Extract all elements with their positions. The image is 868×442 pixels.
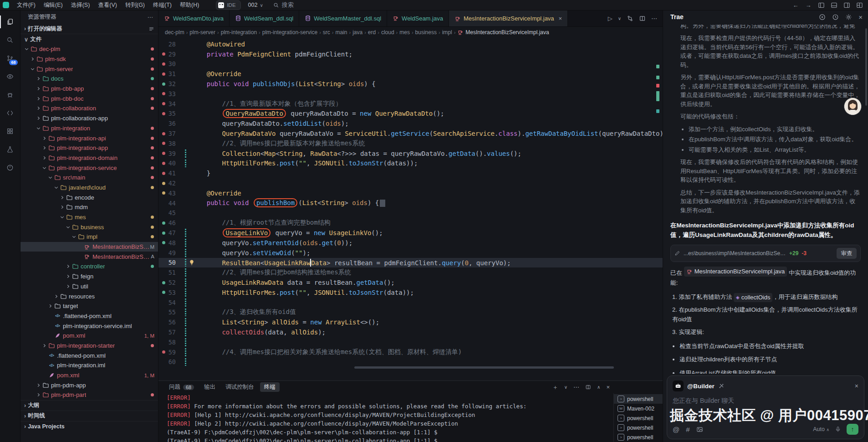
tree-item-mes[interactable]: mes	[20, 212, 158, 222]
close-panel-icon[interactable]: ×	[606, 384, 610, 391]
tree-item-pom-xml[interactable]: pom.xml1, M	[20, 331, 158, 341]
breadcrumb-item[interactable]: impl	[442, 29, 452, 36]
tree-item-plm-collaboration[interactable]: plm-collaboration	[20, 103, 158, 113]
toggle-panel-icon[interactable]	[830, 1, 838, 9]
split-editor-icon[interactable]	[639, 15, 646, 22]
terminal-session-powershell[interactable]: >powershell	[614, 394, 663, 404]
terminal-session-powershell[interactable]: >powershell	[614, 413, 663, 423]
panel-tab-输出[interactable]: 输出	[200, 382, 220, 392]
tree-item-dec-plm[interactable]: dec-plm	[20, 44, 158, 54]
tree-item-pom-xml[interactable]: pom.xml1, M	[20, 370, 158, 380]
tree-item-plm-pdm-part[interactable]: plm-pdm-part	[20, 390, 158, 400]
project-switcher[interactable]: 002 ∨	[248, 2, 263, 8]
open-editors-section[interactable]: › 打开的编辑器	[20, 24, 158, 34]
code-line-36[interactable]: 36 queryRawDataDto.setOidList(oids);	[158, 118, 663, 128]
breadcrumb-item[interactable]: src	[323, 29, 330, 36]
breadcrumb-file[interactable]: MesInteractionBizServiceImpl.java	[465, 29, 549, 36]
breadcrumb-item[interactable]: java	[352, 29, 363, 36]
tree-item-plm-integration-service[interactable]: plm-integration-service	[20, 163, 158, 173]
code-line-32[interactable]: 32 public void publishObjs(List<String> …	[158, 79, 663, 89]
layout-customize-icon[interactable]	[855, 1, 863, 9]
mention-icon[interactable]: @	[673, 426, 679, 433]
code-line-31[interactable]: 31 @Override	[158, 69, 663, 79]
code-line-47[interactable]: 47 UsageLinkVo queryVo = new UsageLinkVo…	[158, 228, 663, 238]
code-line-29[interactable]: 29 private PdmFeignClient pdmFeignClient…	[158, 49, 663, 59]
code-line-50[interactable]: 50 ResultBean<UsageLinkRawData> resultBe…	[158, 258, 663, 268]
lightbulb-icon[interactable]	[189, 259, 195, 266]
terminal-output[interactable]: [ERROR][ERROR] For more information abou…	[167, 393, 612, 442]
code-line-35[interactable]: 35 QueryRawDataDto queryRawDataDto = new…	[158, 109, 663, 119]
code-line-30[interactable]: 30	[158, 59, 663, 69]
code-line-28[interactable]: 28 @Autowired	[158, 39, 663, 49]
panel-tab-调试控制台[interactable]: 调试控制台	[221, 382, 258, 392]
model-mode-select[interactable]: Auto ∧	[813, 426, 829, 432]
method-chip[interactable]: ◈collectOids	[734, 293, 772, 303]
code-line-39[interactable]: 39 Collection<Map<String, RawData<?>>> d…	[158, 149, 663, 159]
more-actions-icon[interactable]: ⋯	[651, 15, 657, 22]
code-editor[interactable]: 28 @Autowired29 private PdmFeignClient p…	[158, 38, 663, 367]
code-line-46[interactable]: 46 //1、根据root节点查询完整bom结构	[158, 218, 663, 228]
tree-item-mesinteractionbizservice-j---[interactable]: MesInteractionBizService.j...A	[20, 252, 158, 262]
code-line-48[interactable]: 48 queryVo.setParentOid(oids.get(0));	[158, 238, 663, 248]
split-terminal-icon[interactable]	[585, 384, 591, 390]
tree-item-plm-integration[interactable]: plm-integration	[20, 123, 158, 134]
code-line-54[interactable]: 54	[158, 298, 663, 308]
code-line-56[interactable]: 56 List<String> allOids = new ArrayList<…	[158, 317, 663, 327]
toggle-sidebar-icon[interactable]	[817, 1, 825, 9]
tree-item-plm-integration-app[interactable]: plm-integration-app	[20, 143, 158, 153]
edited-file-card[interactable]: ...es\business\impl\MesInteractionBizSer…	[670, 245, 861, 262]
code-line-43[interactable]: 43 @Override	[158, 188, 663, 198]
tree-item-feign[interactable]: feign	[20, 272, 158, 282]
tree-item-controller[interactable]: controller	[20, 262, 158, 272]
timeline-section[interactable]: ›时间线	[20, 411, 158, 421]
send-button[interactable]: ↑	[847, 424, 858, 435]
files-section-header[interactable]: ∨ 文件	[20, 34, 158, 44]
tree-item-encode[interactable]: encode	[20, 192, 158, 202]
code-line-37[interactable]: 37 QueryRawDataVo queryRawDataVo = Servi…	[158, 128, 663, 139]
code-line-44[interactable]: 44 public void publishBom(List<String> o…	[158, 198, 663, 208]
attach-image-icon[interactable]	[696, 426, 703, 433]
tree-item-plm-integration-iml[interactable]: </>plm-integration.iml	[20, 360, 158, 370]
chat-scrollbar[interactable]	[865, 28, 867, 106]
tools-icon[interactable]	[718, 383, 725, 389]
menu-item[interactable]: 终端(T)	[149, 0, 176, 10]
code-line-42[interactable]: 42	[158, 178, 663, 188]
tree-item-mesinteractionbizservic---[interactable]: MesInteractionBizServic...M	[20, 242, 158, 252]
code-blocks-icon[interactable]	[0, 104, 20, 122]
code-line-41[interactable]: 41 }	[158, 168, 663, 178]
tree-item-plm-server[interactable]: plm-server	[20, 64, 158, 74]
toggle-secondary-sidebar-icon[interactable]	[842, 1, 851, 9]
tree-item-java-erd-cloud[interactable]: java\erd\cloud	[20, 183, 158, 193]
chat-history-icon[interactable]	[832, 14, 839, 21]
tree-item-plm-cbb-app[interactable]: plm-cbb-app	[20, 84, 158, 94]
ide-mode-chip[interactable]: IDE	[216, 0, 240, 10]
tree-item-plm-integration-domain[interactable]: plm-integration-domain	[20, 153, 158, 163]
open-changes-icon[interactable]	[627, 15, 633, 22]
tree-item-util[interactable]: util	[20, 282, 158, 292]
close-panel-icon[interactable]: ×	[858, 13, 863, 21]
tree-item-impl[interactable]: impl	[20, 232, 158, 242]
test-lab-icon[interactable]	[0, 140, 20, 159]
code-line-33[interactable]: 33	[158, 89, 663, 99]
search-icon[interactable]	[0, 31, 20, 49]
menu-item[interactable]: 编辑(E)	[40, 0, 67, 10]
terminal-session-powershell[interactable]: >powershell	[614, 432, 663, 442]
code-line-59[interactable]: 59 //4、调用mes接口把相关对象关系推送给mes系统(文档、图档、原材料、…	[158, 347, 663, 357]
hash-context-icon[interactable]: #	[686, 426, 689, 433]
menu-item[interactable]: 查看(V)	[94, 0, 121, 10]
tree-item-plm-integration-api[interactable]: plm-integration-api	[20, 133, 158, 143]
tree-item-plm-pdm-app[interactable]: plm-pdm-app	[20, 380, 158, 390]
code-line-57[interactable]: 57 collectOids(data, allOids);	[158, 327, 663, 337]
watch-icon[interactable]	[0, 67, 20, 86]
code-line-40[interactable]: 40 HttpUtilForMes.post("", JSONUtil.toJs…	[158, 159, 663, 169]
agent-name[interactable]: @Builder	[687, 383, 715, 390]
tree-item-business[interactable]: business	[20, 222, 158, 232]
code-line-34[interactable]: 34 //1、查询最新版本对象（包含扩展字段）	[158, 99, 663, 109]
tree-item-resources[interactable]: resources	[20, 291, 158, 301]
breadcrumb-item[interactable]: main	[335, 29, 347, 36]
tree-item-plm-integration-service-iml[interactable]: </>plm-integration-service.iml	[20, 321, 158, 331]
user-avatar[interactable]	[844, 98, 862, 115]
tree-item-plm-collaboration-app[interactable]: plm-collaboration-app	[20, 113, 158, 123]
breadcrumb-item[interactable]: plm-integration	[221, 29, 257, 36]
new-chat-icon[interactable]	[819, 14, 826, 21]
